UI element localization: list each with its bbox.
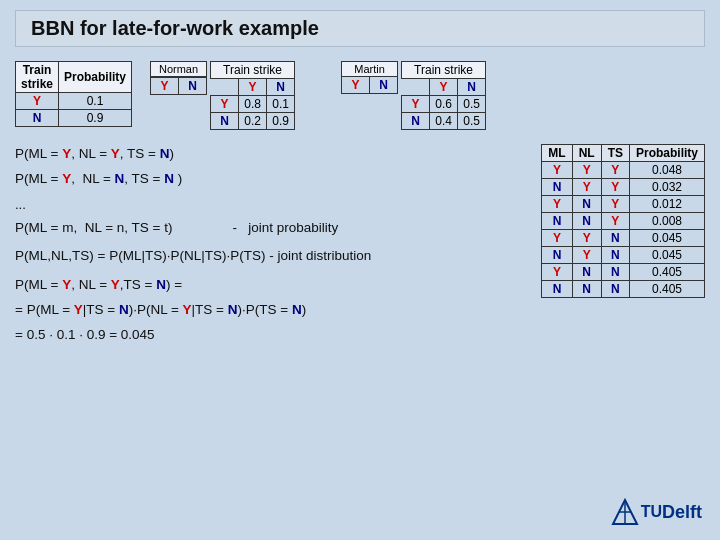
joint-row-2: N Y Y 0.032 xyxy=(542,179,705,196)
logo-delft-label: Delft xyxy=(662,502,702,523)
formula-ellipsis: ... xyxy=(15,195,531,215)
norman-cpt-table: Train strike Y N Y 0.8 0.1 N 0.2 0.9 xyxy=(210,61,295,130)
norman-cpt-container: Norman Y N Train strike Y N xyxy=(150,61,295,130)
jr2-ts: Y xyxy=(601,179,629,196)
norman-ts-n: N xyxy=(267,79,295,96)
martin-y-label: Y xyxy=(342,77,370,94)
formula-5a: P(ML = Y, NL = Y,TS = N) = xyxy=(15,275,531,295)
joint-col-prob: Probability xyxy=(629,145,704,162)
formula-1: P(ML = Y, NL = Y, TS = N) xyxy=(15,144,531,164)
norman-ts-y: Y xyxy=(239,79,267,96)
jr8-nl: N xyxy=(572,281,601,298)
jr6-nl: Y xyxy=(572,247,601,264)
formula-5b: = P(ML = Y|TS = N)·P(NL = Y|TS = N)·P(TS… xyxy=(15,300,531,320)
joint-prob-table: ML NL TS Probability Y Y Y 0.048 N Y Y 0… xyxy=(541,144,705,298)
norman-yy: 0.8 xyxy=(239,96,267,113)
jr6-ts: N xyxy=(601,247,629,264)
jr2-ml: N xyxy=(542,179,572,196)
ts-y-val: 0.1 xyxy=(59,93,132,110)
jr2-nl: Y xyxy=(572,179,601,196)
joint-row-3: Y N Y 0.012 xyxy=(542,196,705,213)
train-strike-prob-table: Trainstrike Probability Y 0.1 N 0.9 xyxy=(15,61,132,127)
ts-n-val: 0.9 xyxy=(59,110,132,127)
jr4-ml: N xyxy=(542,213,572,230)
joint-row-6: N Y N 0.045 xyxy=(542,247,705,264)
martin-cpt-container: Martin Y N Train strike Y N Y 0.6 xyxy=(341,61,486,130)
ts-y-label: Y xyxy=(16,93,59,110)
jr3-nl: N xyxy=(572,196,601,213)
joint-col-ts: TS xyxy=(601,145,629,162)
martin-ts-header: Train strike xyxy=(402,62,486,79)
norman-yn: 0.1 xyxy=(267,96,295,113)
jr5-ml: Y xyxy=(542,230,572,247)
jr6-ml: N xyxy=(542,247,572,264)
formula-3: P(ML = m, NL = n, TS = t) - joint probab… xyxy=(15,218,531,238)
jr1-ts: Y xyxy=(601,162,629,179)
jr7-nl: N xyxy=(572,264,601,281)
norman-row-n: N xyxy=(211,113,239,130)
ts-col2: Probability xyxy=(59,62,132,93)
formula-5c: = 0.5 · 0.1 · 0.9 = 0.045 xyxy=(15,325,531,345)
martin-row-y: Y xyxy=(402,96,430,113)
joint-row-5: Y Y N 0.045 xyxy=(542,230,705,247)
norman-y-label: Y xyxy=(151,78,179,95)
jr3-ml: Y xyxy=(542,196,572,213)
jr8-ts: N xyxy=(601,281,629,298)
jr5-ts: N xyxy=(601,230,629,247)
joint-col-nl: NL xyxy=(572,145,601,162)
martin-label-table: Martin Y N xyxy=(341,61,398,94)
tudelft-logo-icon xyxy=(611,498,639,526)
jr4-ts: Y xyxy=(601,213,629,230)
jr1-prob: 0.048 xyxy=(629,162,704,179)
jr2-prob: 0.032 xyxy=(629,179,704,196)
jr3-prob: 0.012 xyxy=(629,196,704,213)
joint-row-4: N N Y 0.008 xyxy=(542,213,705,230)
jr7-ml: Y xyxy=(542,264,572,281)
martin-n-label: N xyxy=(370,77,398,94)
logo-tu-label: TU xyxy=(641,503,662,521)
norman-ny: 0.2 xyxy=(239,113,267,130)
formula-2: P(ML = Y, NL = N, TS = N ) xyxy=(15,169,531,189)
jr7-ts: N xyxy=(601,264,629,281)
martin-cpt-table: Train strike Y N Y 0.6 0.5 N 0.4 0.5 xyxy=(401,61,486,130)
martin-row-n: N xyxy=(402,113,430,130)
jr6-prob: 0.045 xyxy=(629,247,704,264)
martin-node-label: Martin xyxy=(342,62,398,77)
jr5-prob: 0.045 xyxy=(629,230,704,247)
martin-ny: 0.4 xyxy=(430,113,458,130)
norman-label-table: Norman Y N xyxy=(150,61,207,95)
jr8-prob: 0.405 xyxy=(629,281,704,298)
tudelft-logo: TUDelft xyxy=(611,498,702,526)
jr3-ts: Y xyxy=(601,196,629,213)
norman-ts-header: Train strike xyxy=(211,62,295,79)
content-area: P(ML = Y, NL = Y, TS = N) P(ML = Y, NL =… xyxy=(15,144,705,350)
joint-row-7: Y N N 0.405 xyxy=(542,264,705,281)
martin-ts-y: Y xyxy=(430,79,458,96)
norman-row-y: Y xyxy=(211,96,239,113)
norman-n-label: N xyxy=(179,78,207,95)
jr4-nl: N xyxy=(572,213,601,230)
joint-prob-table-container: ML NL TS Probability Y Y Y 0.048 N Y Y 0… xyxy=(541,144,705,350)
left-content: P(ML = Y, NL = Y, TS = N) P(ML = Y, NL =… xyxy=(15,144,531,350)
martin-ts-n: N xyxy=(458,79,486,96)
norman-node-label: Norman xyxy=(151,62,207,77)
norman-nn: 0.9 xyxy=(267,113,295,130)
joint-row-1: Y Y Y 0.048 xyxy=(542,162,705,179)
top-section: Trainstrike Probability Y 0.1 N 0.9 Norm… xyxy=(15,61,705,130)
martin-nn: 0.5 xyxy=(458,113,486,130)
formula-4: P(ML,NL,TS) = P(ML|TS)·P(NL|TS)·P(TS) - … xyxy=(15,246,531,266)
joint-col-ml: ML xyxy=(542,145,572,162)
jr1-ml: Y xyxy=(542,162,572,179)
jr5-nl: Y xyxy=(572,230,601,247)
ts-col1: Trainstrike xyxy=(16,62,59,93)
joint-prob-label: - joint probability xyxy=(232,218,338,238)
joint-row-8: N N N 0.405 xyxy=(542,281,705,298)
martin-yy: 0.6 xyxy=(430,96,458,113)
jr7-prob: 0.405 xyxy=(629,264,704,281)
jr1-nl: Y xyxy=(572,162,601,179)
jr8-ml: N xyxy=(542,281,572,298)
ts-n-label: N xyxy=(16,110,59,127)
jr4-prob: 0.008 xyxy=(629,213,704,230)
main-container: BBN for late-for-work example Trainstrik… xyxy=(0,0,720,540)
martin-yn: 0.5 xyxy=(458,96,486,113)
